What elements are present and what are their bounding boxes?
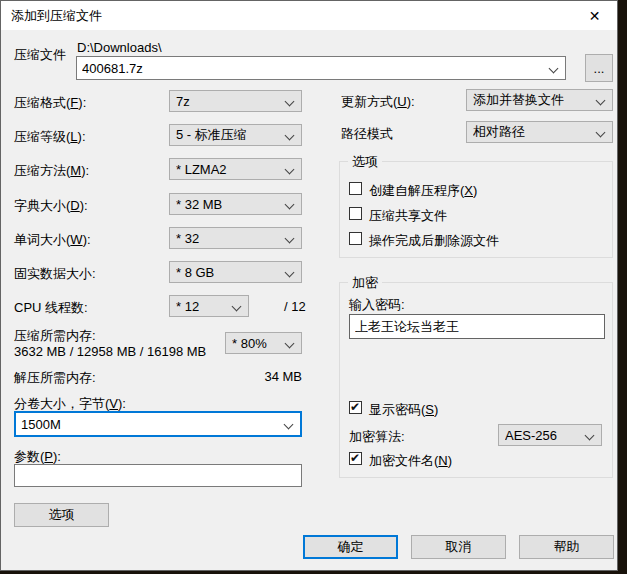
encryption-method-combobox[interactable]: AES-256 [498, 424, 602, 446]
update-mode-label: 更新方式(U): [341, 93, 415, 111]
chevron-down-icon [285, 268, 295, 278]
delete-after-checkbox[interactable] [349, 232, 362, 245]
chevron-down-icon [232, 302, 242, 312]
options-button[interactable]: 选项 [14, 503, 109, 527]
chevron-down-icon [596, 128, 606, 138]
browse-button[interactable]: ... [585, 54, 613, 82]
path-mode-label: 路径模式 [341, 125, 393, 143]
decompress-memory-label: 解压所需内存: [14, 369, 96, 387]
word-size-label: 单词大小(W): [14, 231, 91, 249]
password-input[interactable] [349, 314, 605, 339]
decompress-memory-value: 34 MB [232, 369, 302, 384]
solid-block-size-combobox[interactable]: * 8 GB [169, 261, 302, 283]
level-label: 压缩等级(L): [14, 128, 86, 146]
close-icon[interactable]: ✕ [572, 1, 617, 30]
ok-button[interactable]: 确定 [303, 535, 398, 559]
format-combobox[interactable]: 7z [169, 90, 302, 112]
encrypt-filenames-checkbox[interactable] [349, 452, 362, 465]
memory-usage-combobox[interactable]: * 80% [225, 332, 302, 354]
archive-name-input[interactable] [77, 57, 565, 79]
encryption-method-label: 加密算法: [349, 428, 405, 446]
delete-after-label[interactable]: 操作完成后删除源文件 [369, 232, 499, 250]
compress-shared-label[interactable]: 压缩共享文件 [369, 207, 447, 225]
encryption-group-title: 加密 [348, 274, 382, 292]
chevron-down-icon [285, 339, 295, 349]
solid-block-size-label: 固实数据大小: [14, 265, 96, 283]
create-sfx-checkbox[interactable] [349, 182, 362, 195]
archive-name-combobox[interactable] [76, 56, 566, 80]
show-password-label[interactable]: 显示密码(S) [369, 401, 438, 419]
method-label: 压缩方法(M): [14, 162, 89, 180]
dictionary-size-combobox[interactable]: * 32 MB [169, 193, 302, 215]
show-password-checkbox[interactable] [349, 401, 362, 414]
format-label: 压缩格式(F): [14, 94, 86, 112]
path-mode-combobox[interactable]: 相对路径 [466, 121, 613, 143]
titlebar: 添加到压缩文件 [1, 1, 617, 30]
dictionary-size-label: 字典大小(D): [14, 197, 88, 215]
cancel-button[interactable]: 取消 [411, 535, 506, 559]
update-mode-combobox[interactable]: 添加并替换文件 [466, 89, 613, 111]
create-sfx-label[interactable]: 创建自解压程序(X) [369, 182, 477, 200]
compress-shared-checkbox[interactable] [349, 207, 362, 220]
archive-dir-text: D:\Downloads\ [77, 40, 162, 55]
help-button[interactable]: 帮助 [519, 535, 614, 559]
encrypt-filenames-label[interactable]: 加密文件名(N) [369, 452, 452, 470]
chevron-down-icon [285, 200, 295, 210]
add-to-archive-dialog: 添加到压缩文件 ✕ 压缩文件 D:\Downloads\ ... 压缩格式(F)… [0, 0, 618, 571]
chevron-down-icon [285, 97, 295, 107]
compress-memory-label: 压缩所需内存: [14, 327, 96, 345]
chevron-down-icon [285, 165, 295, 175]
chevron-down-icon [585, 431, 595, 441]
cpu-threads-label: CPU 线程数: [14, 299, 88, 317]
method-combobox[interactable]: * LZMA2 [169, 158, 302, 180]
word-size-combobox[interactable]: * 32 [169, 227, 302, 249]
chevron-down-icon [596, 96, 606, 106]
options-group-title: 选项 [348, 153, 382, 171]
parameters-input[interactable] [14, 464, 302, 487]
split-size-input[interactable] [16, 413, 300, 435]
cpu-threads-combobox[interactable]: * 12 [169, 295, 249, 317]
enter-password-label: 输入密码: [349, 296, 405, 314]
cpu-threads-max: / 12 [284, 299, 306, 314]
compress-memory-value: 3632 MB / 12958 MB / 16198 MB [14, 344, 206, 359]
split-size-combobox[interactable] [14, 411, 302, 437]
dialog-title: 添加到压缩文件 [1, 7, 102, 25]
chevron-down-icon [285, 131, 295, 141]
level-combobox[interactable]: 5 - 标准压缩 [169, 124, 302, 146]
archive-file-label: 压缩文件 [14, 46, 66, 64]
chevron-down-icon [285, 234, 295, 244]
